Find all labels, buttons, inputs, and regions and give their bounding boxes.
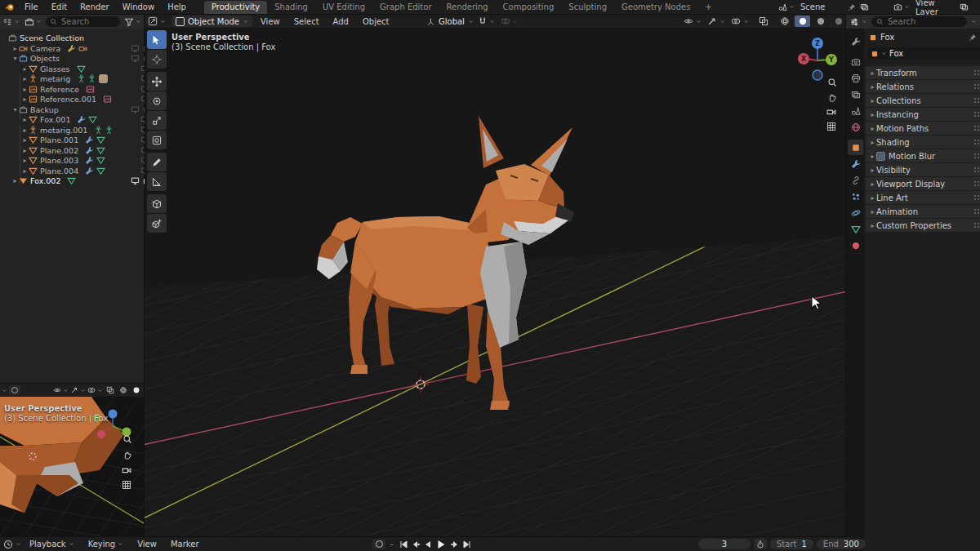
panel-shading[interactable]: ▸Shading	[866, 136, 980, 149]
chevron-down-icon[interactable]	[719, 19, 725, 24]
drag-grip-icon[interactable]	[974, 98, 980, 103]
tab-world[interactable]	[848, 119, 863, 135]
hide-viewport-icon[interactable]	[131, 176, 140, 185]
scene-icon[interactable]	[778, 2, 787, 11]
outliner-row-objects[interactable]: ▾ Objects	[0, 53, 155, 64]
menu-help[interactable]: Help	[161, 2, 193, 11]
filter-icon[interactable]	[124, 17, 134, 27]
pin-icon[interactable]	[969, 33, 977, 42]
gizmo-z-axis[interactable]	[109, 410, 118, 419]
timeline-menu-playback[interactable]: Playback	[24, 540, 80, 549]
zoom-icon[interactable]	[827, 78, 837, 87]
current-frame-field[interactable]: 3	[698, 539, 751, 549]
panel-line-art[interactable]: ▸Line Art	[866, 191, 980, 204]
tool-transform[interactable]	[147, 131, 167, 149]
outliner-row-scene-collection[interactable]: Scene Collection	[0, 33, 152, 43]
viewport-menu-select[interactable]: Select	[288, 17, 325, 26]
shading-rendered-button[interactable]	[831, 16, 845, 27]
blender-logo-icon[interactable]	[5, 2, 15, 12]
tool-annotate[interactable]	[147, 153, 167, 171]
breadcrumb-object-name[interactable]: Fox	[880, 33, 894, 42]
overlays-icon[interactable]	[731, 16, 741, 26]
tab-scene[interactable]	[848, 103, 863, 118]
motion-blur-checkbox[interactable]	[876, 152, 885, 161]
fox-model[interactable]	[145, 28, 845, 536]
play-button[interactable]	[434, 539, 448, 549]
expander-icon[interactable]: ▸	[21, 86, 29, 93]
tool-move[interactable]	[147, 72, 167, 91]
menu-window[interactable]: Window	[116, 2, 161, 11]
chevron-down-icon[interactable]	[512, 19, 518, 24]
workspace-tab-sculpting[interactable]: Sculpting	[561, 1, 614, 14]
tool-add-cube[interactable]	[147, 194, 167, 213]
panel-instancing[interactable]: ▸Instancing	[866, 108, 980, 121]
snapping-controls[interactable]	[478, 16, 518, 26]
expander-icon[interactable]: ▸	[21, 147, 29, 154]
shading-solid-button[interactable]	[131, 385, 142, 395]
drag-grip-icon[interactable]	[974, 195, 980, 200]
properties-search[interactable]	[871, 16, 967, 27]
pan-hand-icon[interactable]	[122, 450, 132, 460]
scene-name[interactable]: Scene	[800, 2, 846, 11]
menu-edit[interactable]: Edit	[45, 2, 74, 11]
outliner-row-metarig-001[interactable]: ▸ metarig.001	[0, 125, 165, 136]
outliner-row-backup[interactable]: ▾ Backup	[0, 104, 155, 115]
tab-tool[interactable]	[848, 33, 863, 49]
tab-particles[interactable]	[848, 189, 863, 204]
panel-visibility[interactable]: ▸Visibility	[866, 163, 980, 176]
magnet-icon[interactable]	[478, 16, 488, 26]
expander-icon[interactable]: ▸	[21, 116, 29, 123]
chevron-down-icon[interactable]	[2, 388, 7, 393]
panel-transform[interactable]: ▸Transform	[866, 66, 980, 79]
drag-grip-icon[interactable]	[974, 140, 980, 144]
viewport-menu-add[interactable]: Add	[327, 17, 354, 26]
outliner-row-plane-003[interactable]: ▸ Plane.003	[0, 155, 165, 166]
perspective-toggle-icon[interactable]	[826, 122, 836, 131]
frame-end-field[interactable]: End 300	[817, 539, 866, 549]
expander-icon[interactable]: ▸	[21, 65, 29, 73]
camera-view-icon[interactable]	[122, 465, 131, 475]
menu-render[interactable]: Render	[74, 2, 116, 11]
play-reverse-button[interactable]	[422, 539, 433, 549]
chevron-down-icon[interactable]	[696, 19, 702, 24]
workspace-tab-compositing[interactable]: Compositing	[496, 1, 562, 14]
tab-object-data[interactable]	[848, 221, 863, 237]
outliner-editor-type-icon[interactable]	[2, 17, 12, 27]
view-layer-name[interactable]: View Layer	[915, 0, 958, 16]
pin-icon[interactable]	[848, 3, 856, 11]
panel-motion-paths[interactable]: ▸Motion Paths	[866, 122, 980, 135]
outliner-row-camera[interactable]: ▸ Camera	[0, 43, 155, 54]
panel-animation[interactable]: ▸Animation	[866, 205, 980, 218]
timeline-menu-marker[interactable]: Marker	[165, 540, 205, 549]
tab-constraints[interactable]	[848, 172, 863, 188]
jump-to-start-button[interactable]	[398, 539, 408, 549]
outliner-row-plane-001[interactable]: ▸ Plane.001	[0, 135, 165, 145]
expander-icon[interactable]: ▸	[21, 127, 29, 134]
tab-object[interactable]	[848, 140, 863, 155]
chevron-down-icon[interactable]	[904, 4, 910, 10]
panel-motion-blur[interactable]: ▸Motion Blur	[866, 149, 980, 162]
chevron-down-icon[interactable]	[789, 4, 795, 10]
gizmos-icon[interactable]	[70, 386, 78, 394]
outliner-row-reference-001[interactable]: ▸ Reference.001	[0, 94, 165, 104]
chevron-down-icon[interactable]	[489, 19, 495, 24]
expander-icon[interactable]: ▾	[11, 106, 19, 113]
perspective-toggle-icon[interactable]	[122, 480, 131, 490]
drag-grip-icon[interactable]	[974, 112, 980, 117]
drag-grip-icon[interactable]	[974, 223, 980, 228]
chevron-down-icon[interactable]	[80, 388, 86, 393]
workspace-tab-rendering[interactable]: Rendering	[439, 1, 496, 14]
display-mode-icon[interactable]	[24, 17, 34, 27]
use-preview-range-button[interactable]	[754, 539, 767, 549]
expander-icon[interactable]: ▸	[21, 157, 29, 164]
drag-grip-icon[interactable]	[974, 167, 980, 172]
orientation-dropdown[interactable]: Global	[426, 17, 474, 26]
preview-option-button[interactable]	[9, 385, 20, 395]
workspace-tab-shading[interactable]: Shading	[267, 1, 315, 14]
previous-keyframe-button[interactable]	[410, 539, 421, 549]
outliner-row-fox-002[interactable]: ▸ Fox.002	[0, 176, 155, 186]
visibility-eye-icon[interactable]	[684, 16, 693, 26]
hide-viewport-icon[interactable]	[131, 44, 140, 53]
tool-cursor[interactable]	[147, 50, 167, 69]
zoom-icon[interactable]	[122, 434, 132, 444]
